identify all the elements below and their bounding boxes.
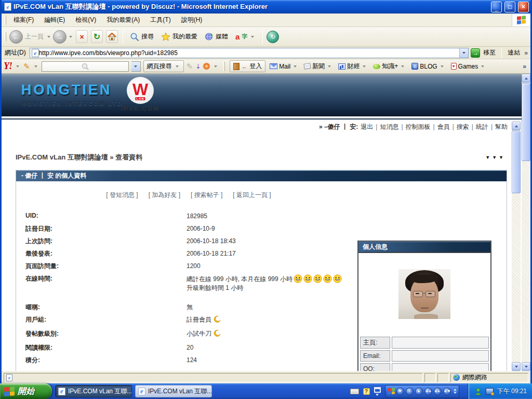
- forward-icon[interactable]: →: [53, 30, 66, 44]
- status-cell: [437, 373, 449, 382]
- restore-toolbar-control[interactable]: [374, 387, 381, 396]
- ipve-logo-circle-icon: W LAN: [127, 77, 154, 104]
- smiley-icon: [303, 274, 312, 283]
- go-back-link[interactable]: [ 返回上一頁 ]: [233, 191, 271, 200]
- nav-members[interactable]: 會員: [437, 123, 450, 131]
- scroll-up-icon[interactable]: [512, 122, 521, 130]
- nav-control-panel[interactable]: 控制面板: [406, 123, 431, 131]
- update-notifier-icon[interactable]: [486, 388, 494, 395]
- toolbar-grip[interactable]: [223, 62, 225, 71]
- taskbar-window-1[interactable]: e IPvE.COM vLan 互聯...: [55, 385, 132, 397]
- wmp-next-icon[interactable]: ►►: [434, 388, 442, 395]
- close-button[interactable]: ×: [518, 2, 529, 12]
- menu-help[interactable]: 說明(H): [176, 14, 208, 26]
- taskbar-window-2[interactable]: e IPvE.COM vLan 互聯...: [135, 385, 212, 397]
- yahoo-logo-dropdown-icon[interactable]: [16, 65, 19, 68]
- nav-logout[interactable]: 退出: [361, 123, 373, 131]
- scroll-down-icon[interactable]: [522, 362, 530, 371]
- address-dropdown[interactable]: [459, 48, 468, 58]
- minimize-button[interactable]: _: [491, 2, 502, 12]
- wmp-pause-icon[interactable]: ‖: [406, 388, 414, 395]
- links-label[interactable]: 連結: [507, 48, 521, 57]
- wmp-volume-icon[interactable]: ◄: [443, 388, 451, 395]
- toolbar-grip[interactable]: [5, 16, 6, 25]
- help-icon[interactable]: ?: [363, 388, 370, 395]
- menu-edit[interactable]: 編輯(E): [39, 14, 70, 26]
- window-title: IPvE.COM vLan 互聯對講論壇 - powered by Discuz…: [14, 2, 488, 11]
- nav-search[interactable]: 搜索: [457, 123, 469, 131]
- yahoo-news-item[interactable]: 新聞: [302, 61, 334, 72]
- menu-favorites[interactable]: 我的最愛(A): [101, 14, 145, 26]
- refresh-icon[interactable]: ↻: [91, 30, 103, 43]
- wmp-stop-icon[interactable]: ■: [415, 388, 423, 395]
- pencil-dropdown-icon[interactable]: [34, 65, 37, 68]
- system-tray: 下午 09:21: [468, 383, 532, 399]
- target-dropdown-icon[interactable]: [214, 65, 217, 68]
- breadcrumb[interactable]: IPvE.COM vLan 互聯對講論壇 » 查看資料: [16, 153, 142, 162]
- pencil-icon[interactable]: ✎: [23, 62, 30, 71]
- go-icon[interactable]: →: [471, 48, 480, 58]
- wmp-resize-control[interactable]: [454, 389, 457, 394]
- stop-icon[interactable]: ×: [76, 30, 88, 43]
- yahoo-blog-item[interactable]: BBLOG: [410, 62, 446, 71]
- yahoo-search-input[interactable]: [42, 61, 129, 72]
- forward-dropdown-icon[interactable]: [69, 36, 72, 38]
- browser-scrollbar[interactable]: [522, 74, 530, 371]
- scroll-down-icon[interactable]: [512, 362, 521, 371]
- nav-stats[interactable]: 統計: [476, 123, 488, 131]
- home-icon[interactable]: [106, 30, 118, 43]
- wmp-menu-icon[interactable]: [396, 388, 404, 395]
- yahoo-knowledge-item[interactable]: 知識+: [371, 61, 407, 72]
- address-input[interactable]: e http://www.ipve.com/bbs/viewpro.php?ui…: [30, 48, 469, 58]
- frame-scrollbar[interactable]: [512, 122, 521, 371]
- web-search-button[interactable]: 網頁搜尋: [143, 60, 184, 72]
- nav-messages[interactable]: 短消息: [380, 123, 398, 131]
- menu-view[interactable]: 檢視(V): [70, 14, 101, 26]
- send-message-link[interactable]: [ 發短消息 ]: [106, 191, 138, 200]
- news-icon: [304, 63, 311, 70]
- search-posts-link[interactable]: [ 搜索帖子 ]: [191, 191, 222, 200]
- back-dropdown-icon[interactable]: [47, 36, 50, 38]
- yahoo-games-item[interactable]: ♥Games: [449, 62, 488, 71]
- yahoo-finance-item[interactable]: 財經: [337, 61, 369, 72]
- back-icon[interactable]: ←: [9, 30, 23, 44]
- yahoo-more-chevron[interactable]: »: [523, 63, 528, 70]
- yahoo-mail-item[interactable]: Mail: [268, 62, 300, 71]
- yahoo-search-dropdown[interactable]: [131, 61, 141, 72]
- scrollbar-thumb[interactable]: [512, 131, 521, 193]
- start-button[interactable]: 開始: [0, 383, 52, 399]
- table-row: 主頁:: [360, 337, 489, 349]
- scroll-up-icon[interactable]: [522, 74, 530, 83]
- internet-zone-icon: [453, 374, 460, 381]
- page-jump-arrows[interactable]: ▼▼▼: [485, 155, 506, 160]
- scrollbar-thumb[interactable]: [522, 83, 530, 161]
- media-button[interactable]: 媒體: [202, 31, 231, 43]
- toolbar-grip[interactable]: [5, 32, 6, 42]
- menu-tools[interactable]: 工具(T): [145, 14, 176, 26]
- target-icon[interactable]: [203, 63, 210, 70]
- menu-file[interactable]: 檔案(F): [8, 14, 39, 26]
- history-icon[interactable]: ↻: [267, 31, 279, 43]
- favorites-button[interactable]: 我的最愛: [158, 31, 201, 43]
- search-button[interactable]: 搜尋: [127, 31, 157, 43]
- smiley-icon: [323, 274, 332, 283]
- links-chevron[interactable]: »: [523, 49, 529, 57]
- keyboard-layout-icon[interactable]: [350, 389, 359, 394]
- back-label[interactable]: 上一頁: [25, 32, 44, 41]
- messenger-person-icon[interactable]: [474, 388, 482, 395]
- wmp-deskband: ‖ ■ ◄◄ ►► ◄: [385, 385, 459, 398]
- wmp-previous-icon[interactable]: ◄◄: [424, 388, 432, 395]
- nav-help[interactable]: 幫助: [495, 123, 508, 131]
- mail-icon: [270, 63, 277, 69]
- url-text: http://www.ipve.com/bbs/viewpro.php?uid=…: [39, 49, 460, 57]
- qq-label: QQ:: [360, 363, 390, 371]
- highlight-icon[interactable]: ✎: [187, 62, 193, 71]
- download-arrow-icon[interactable]: ⇣: [195, 63, 201, 70]
- maximize-button[interactable]: □: [504, 2, 515, 12]
- go-label[interactable]: 移至: [482, 48, 497, 57]
- yahoo-logo[interactable]: Y!: [4, 61, 12, 72]
- encoding-button[interactable]: a字: [232, 31, 259, 43]
- login-button[interactable]: ←登入: [230, 60, 265, 72]
- add-friend-link[interactable]: [ 加為好友 ]: [149, 191, 180, 200]
- clock[interactable]: 下午 09:21: [497, 387, 527, 396]
